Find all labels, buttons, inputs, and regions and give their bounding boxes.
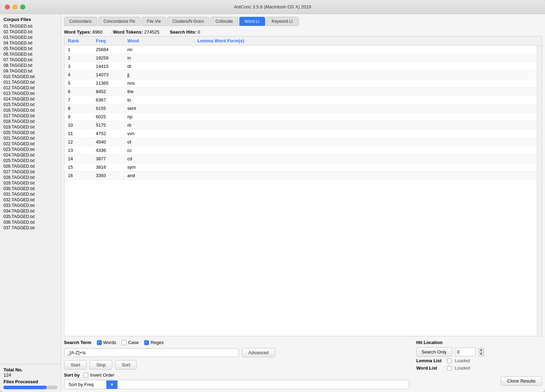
sidebar-file-item[interactable]: 021.TAGGED.txt — [2, 135, 59, 141]
sidebar-file-item[interactable]: 027.TAGGED.txt — [2, 169, 59, 175]
tab-file-view[interactable]: File Vie — [142, 17, 166, 26]
lemma-cell — [194, 139, 537, 145]
sidebar-file-item[interactable]: 07.TAGGED.txt — [2, 57, 59, 63]
sidebar-file-item[interactable]: 019.TAGGED.txt — [2, 124, 59, 130]
sidebar-file-item[interactable]: 017.TAGGED.txt — [2, 113, 59, 119]
sidebar-file-item[interactable]: 02.TAGGED.txt — [2, 29, 59, 35]
minimize-button[interactable] — [13, 5, 17, 9]
sidebar-file-item[interactable]: 024.TAGGED.txt — [2, 152, 59, 158]
word-cell: nns — [124, 80, 194, 86]
table-row[interactable]: 13 4336 cc — [64, 146, 537, 155]
sidebar-file-item[interactable]: 015.TAGGED.txt — [2, 102, 59, 107]
word-cell: np — [124, 113, 194, 120]
hit-location-input[interactable] — [455, 348, 476, 356]
invert-order-label: Invert Order — [90, 372, 114, 378]
lemma-cell — [194, 164, 537, 170]
sidebar-file-item[interactable]: 020.TAGGED.txt — [2, 130, 59, 135]
lemma-cell — [194, 97, 537, 103]
sidebar-file-item[interactable]: 012.TAGGED.txt — [2, 85, 59, 91]
sidebar-header: Corpus Files — [0, 14, 61, 23]
advanced-button[interactable]: Advanced — [242, 348, 275, 357]
sidebar-file-item[interactable]: 036.TAGGED.txt — [2, 219, 59, 225]
table-scrollbar[interactable] — [537, 46, 542, 336]
tab-word-list[interactable]: Word Li: — [239, 17, 265, 26]
sidebar-file-item[interactable]: 06.TAGGED.txt — [2, 51, 59, 57]
rank-cell: 11 — [64, 130, 92, 137]
case-checkbox[interactable] — [122, 340, 127, 345]
sidebar-file-item[interactable]: 014.TAGGED.txt — [2, 96, 59, 102]
rank-cell: 5 — [64, 80, 92, 86]
table-row[interactable]: 3 14415 dt — [64, 62, 537, 71]
sidebar-file-item[interactable]: 013.TAGGED.txt — [2, 91, 59, 96]
sidebar-file-item[interactable]: 023.TAGGED.txt — [2, 147, 59, 152]
sidebar-file-item[interactable]: 026.TAGGED.txt — [2, 163, 59, 169]
sidebar-file-item[interactable]: 010.TAGGED.txt — [2, 74, 59, 79]
word-list-checkbox[interactable] — [447, 366, 452, 371]
lemma-cell — [194, 55, 537, 61]
sidebar-file-item[interactable]: 016.TAGGED.txt — [2, 107, 59, 113]
clone-results-button[interactable]: Clone Results — [501, 376, 542, 386]
tab-concordance[interactable]: Concordanc — [64, 17, 97, 26]
sidebar-file-item[interactable]: 034.TAGGED.txt — [2, 208, 59, 214]
table-row[interactable]: 14 3877 cd — [64, 155, 537, 163]
sidebar-file-item[interactable]: 035.TAGGED.txt — [2, 214, 59, 219]
sidebar-file-item[interactable]: 022.TAGGED.txt — [2, 141, 59, 147]
sidebar-file-item[interactable]: 011.TAGGED.txt — [2, 79, 59, 85]
table-rows[interactable]: 1 25684 nn 2 19259 in 3 14415 dt 4 14073… — [64, 46, 537, 336]
stop-button[interactable]: Stop — [90, 360, 112, 370]
table-row[interactable]: 8 6155 sent — [64, 104, 537, 113]
sidebar-file-item[interactable]: 08.TAGGED.txt — [2, 63, 59, 68]
start-button[interactable]: Start — [64, 360, 87, 370]
sidebar-file-item[interactable]: 033.TAGGED.txt — [2, 203, 59, 208]
sidebar-file-item[interactable]: 032.TAGGED.txt — [2, 197, 59, 203]
table-row[interactable]: 1 25684 nn — [64, 46, 537, 54]
sidebar-file-item[interactable]: 018.TAGGED.txt — [2, 119, 59, 124]
lemma-list-checkbox[interactable] — [447, 358, 452, 363]
stepper-down-arrow[interactable]: ▼ — [479, 352, 484, 356]
table-row[interactable]: 4 14073 jj — [64, 71, 537, 79]
tab-concordance-plot[interactable]: Concordance Plc — [98, 17, 141, 26]
lemma-cell — [194, 113, 537, 120]
sidebar-file-item[interactable]: 025.TAGGED.txt — [2, 158, 59, 163]
sidebar-file-item[interactable]: 029.TAGGED.txt — [2, 180, 59, 186]
table-row[interactable]: 11 4752 vvn — [64, 130, 537, 138]
maximize-button[interactable] — [20, 5, 25, 9]
sidebar-file-item[interactable]: 031.TAGGED.txt — [2, 191, 59, 197]
table-row[interactable]: 12 4540 of — [64, 138, 537, 146]
stepper-up-arrow[interactable]: ▲ — [479, 348, 484, 352]
search-only-button[interactable]: Search Only — [416, 347, 452, 357]
search-input[interactable] — [64, 348, 239, 357]
table-row[interactable]: 7 6367 to — [64, 96, 537, 104]
table-row[interactable]: 16 3393 and — [64, 172, 537, 180]
sidebar-file-item[interactable]: 04.TAGGED.txt — [2, 40, 59, 46]
table-row[interactable]: 10 5175 rb — [64, 121, 537, 130]
sort-dropdown-arrow-icon[interactable]: ▼ — [106, 380, 118, 389]
word-tokens-label: Word Tokens: — [113, 29, 143, 35]
sidebar-file-item[interactable]: 05.TAGGED.txt — [2, 46, 59, 51]
table-row[interactable]: 2 19259 in — [64, 54, 537, 62]
tab-collocate[interactable]: Collocate — [210, 17, 238, 26]
sidebar-file-item[interactable]: 037.TAGGED.txt — [2, 225, 59, 231]
sidebar-file-item[interactable]: 01.TAGGED.txt — [2, 23, 59, 29]
table-row[interactable]: 9 6025 np — [64, 113, 537, 121]
progress-bar-fill — [3, 386, 47, 389]
sidebar-file-item[interactable]: 09.TAGGED.txt — [2, 68, 59, 74]
table-row[interactable]: 6 8452 the — [64, 88, 537, 96]
tab-clusters[interactable]: Clusters/N-Gram — [167, 17, 209, 26]
sidebar-file-item[interactable]: 03.TAGGED.txt — [2, 35, 59, 40]
sidebar-file-item[interactable]: 030.TAGGED.txt — [2, 186, 59, 191]
sidebar-file-item[interactable]: 028.TAGGED.txt — [2, 175, 59, 180]
hit-location-label: Hit Location — [416, 340, 542, 345]
words-checkbox[interactable] — [97, 340, 102, 345]
word-cell: sent — [124, 105, 194, 112]
table-row[interactable]: 15 3816 sym — [64, 163, 537, 172]
table-row[interactable]: 5 11365 nns — [64, 79, 537, 88]
files-processed-label: Files Processed — [3, 379, 57, 384]
close-button[interactable] — [5, 5, 10, 9]
tab-keyword-list[interactable]: Keyword Li: — [266, 17, 299, 26]
freq-column-header: Freq — [92, 37, 124, 44]
invert-order-checkbox[interactable] — [83, 373, 88, 378]
sort-button[interactable]: Sort — [115, 360, 137, 370]
sort-dropdown[interactable]: Sort by Freq ▼ — [64, 380, 409, 389]
regex-checkbox[interactable] — [144, 340, 149, 345]
